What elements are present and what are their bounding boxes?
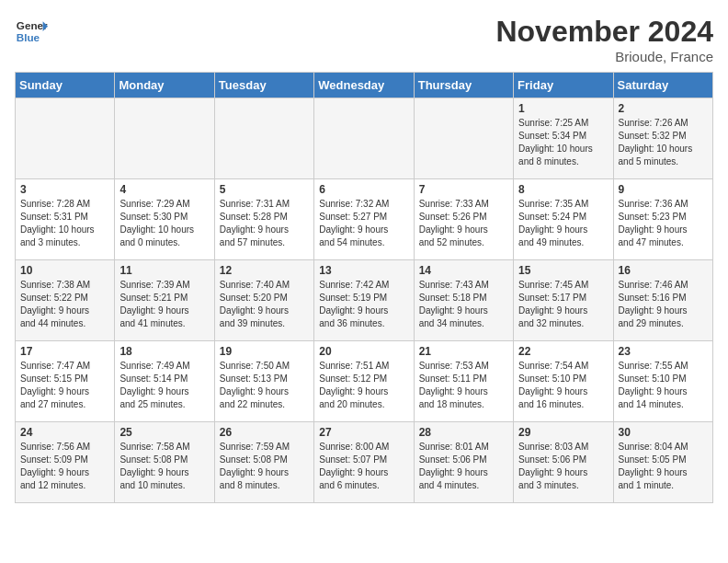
weekday-header: Wednesday — [314, 73, 414, 98]
calendar-cell: 19Sunrise: 7:50 AM Sunset: 5:13 PM Dayli… — [214, 341, 313, 422]
calendar-cell — [314, 98, 414, 179]
day-info: Sunrise: 7:51 AM Sunset: 5:12 PM Dayligh… — [319, 360, 408, 411]
calendar-cell: 21Sunrise: 7:53 AM Sunset: 5:11 PM Dayli… — [414, 341, 513, 422]
svg-text:Blue: Blue — [17, 31, 40, 43]
day-info: Sunrise: 7:55 AM Sunset: 5:10 PM Dayligh… — [619, 360, 708, 411]
day-number: 11 — [119, 264, 209, 277]
day-number: 20 — [319, 345, 408, 358]
calendar-cell: 20Sunrise: 7:51 AM Sunset: 5:12 PM Dayli… — [314, 341, 414, 422]
calendar-cell: 9Sunrise: 7:36 AM Sunset: 5:23 PM Daylig… — [613, 179, 712, 260]
day-number: 21 — [419, 345, 508, 358]
day-info: Sunrise: 7:47 AM Sunset: 5:15 PM Dayligh… — [20, 360, 109, 411]
day-info: Sunrise: 7:25 AM Sunset: 5:34 PM Dayligh… — [518, 117, 608, 168]
day-info: Sunrise: 7:31 AM Sunset: 5:28 PM Dayligh… — [220, 198, 309, 249]
day-info: Sunrise: 7:58 AM Sunset: 5:08 PM Dayligh… — [119, 441, 209, 492]
calendar-cell: 30Sunrise: 8:04 AM Sunset: 5:05 PM Dayli… — [613, 422, 712, 503]
day-number: 1 — [518, 102, 608, 115]
day-number: 15 — [518, 264, 608, 277]
calendar-week-row: 10Sunrise: 7:38 AM Sunset: 5:22 PM Dayli… — [16, 260, 713, 341]
logo-icon: General Blue — [15, 15, 48, 48]
day-info: Sunrise: 7:29 AM Sunset: 5:30 PM Dayligh… — [119, 198, 209, 249]
calendar-cell — [16, 98, 115, 179]
weekday-header-row: SundayMondayTuesdayWednesdayThursdayFrid… — [16, 73, 713, 98]
weekday-header: Sunday — [16, 73, 115, 98]
calendar-cell — [414, 98, 513, 179]
day-number: 24 — [20, 426, 109, 439]
day-number: 29 — [518, 426, 608, 439]
calendar-week-row: 17Sunrise: 7:47 AM Sunset: 5:15 PM Dayli… — [16, 341, 713, 422]
calendar-cell: 29Sunrise: 8:03 AM Sunset: 5:06 PM Dayli… — [514, 422, 613, 503]
calendar-week-row: 24Sunrise: 7:56 AM Sunset: 5:09 PM Dayli… — [16, 422, 713, 503]
calendar-cell: 17Sunrise: 7:47 AM Sunset: 5:15 PM Dayli… — [16, 341, 115, 422]
weekday-header: Thursday — [414, 73, 513, 98]
weekday-header: Tuesday — [214, 73, 313, 98]
calendar-cell: 24Sunrise: 7:56 AM Sunset: 5:09 PM Dayli… — [16, 422, 115, 503]
day-info: Sunrise: 7:28 AM Sunset: 5:31 PM Dayligh… — [20, 198, 109, 249]
day-info: Sunrise: 7:50 AM Sunset: 5:13 PM Dayligh… — [220, 360, 309, 411]
day-number: 26 — [220, 426, 309, 439]
day-number: 10 — [20, 264, 109, 277]
day-info: Sunrise: 7:45 AM Sunset: 5:17 PM Dayligh… — [518, 279, 608, 330]
day-info: Sunrise: 8:03 AM Sunset: 5:06 PM Dayligh… — [518, 441, 608, 492]
location: Brioude, France — [495, 49, 713, 64]
day-number: 12 — [220, 264, 309, 277]
day-info: Sunrise: 7:56 AM Sunset: 5:09 PM Dayligh… — [20, 441, 109, 492]
calendar-cell: 13Sunrise: 7:42 AM Sunset: 5:19 PM Dayli… — [314, 260, 414, 341]
calendar-cell: 7Sunrise: 7:33 AM Sunset: 5:26 PM Daylig… — [414, 179, 513, 260]
calendar-cell: 28Sunrise: 8:01 AM Sunset: 5:06 PM Dayli… — [414, 422, 513, 503]
day-number: 5 — [220, 183, 309, 196]
day-info: Sunrise: 7:53 AM Sunset: 5:11 PM Dayligh… — [419, 360, 508, 411]
calendar-cell: 22Sunrise: 7:54 AM Sunset: 5:10 PM Dayli… — [514, 341, 613, 422]
day-info: Sunrise: 7:38 AM Sunset: 5:22 PM Dayligh… — [20, 279, 109, 330]
day-number: 3 — [20, 183, 109, 196]
day-info: Sunrise: 7:26 AM Sunset: 5:32 PM Dayligh… — [619, 117, 708, 168]
day-info: Sunrise: 7:35 AM Sunset: 5:24 PM Dayligh… — [518, 198, 608, 249]
day-info: Sunrise: 7:59 AM Sunset: 5:08 PM Dayligh… — [220, 441, 309, 492]
calendar-cell: 11Sunrise: 7:39 AM Sunset: 5:21 PM Dayli… — [115, 260, 214, 341]
calendar-cell: 14Sunrise: 7:43 AM Sunset: 5:18 PM Dayli… — [414, 260, 513, 341]
day-number: 4 — [119, 183, 209, 196]
day-info: Sunrise: 8:01 AM Sunset: 5:06 PM Dayligh… — [419, 441, 508, 492]
day-number: 17 — [20, 345, 109, 358]
day-info: Sunrise: 7:43 AM Sunset: 5:18 PM Dayligh… — [419, 279, 508, 330]
calendar-cell: 2Sunrise: 7:26 AM Sunset: 5:32 PM Daylig… — [613, 98, 712, 179]
day-number: 2 — [619, 102, 708, 115]
calendar-cell: 16Sunrise: 7:46 AM Sunset: 5:16 PM Dayli… — [613, 260, 712, 341]
calendar-cell: 26Sunrise: 7:59 AM Sunset: 5:08 PM Dayli… — [214, 422, 313, 503]
day-info: Sunrise: 7:39 AM Sunset: 5:21 PM Dayligh… — [119, 279, 209, 330]
day-number: 9 — [619, 183, 708, 196]
day-info: Sunrise: 7:33 AM Sunset: 5:26 PM Dayligh… — [419, 198, 508, 249]
day-number: 30 — [619, 426, 708, 439]
calendar-cell — [115, 98, 214, 179]
day-number: 16 — [619, 264, 708, 277]
day-number: 19 — [220, 345, 309, 358]
calendar-cell: 1Sunrise: 7:25 AM Sunset: 5:34 PM Daylig… — [514, 98, 613, 179]
day-number: 28 — [419, 426, 508, 439]
logo: General Blue — [15, 15, 48, 48]
page-header: General Blue November 2024 Brioude, Fran… — [15, 15, 713, 64]
weekday-header: Monday — [115, 73, 214, 98]
day-number: 8 — [518, 183, 608, 196]
calendar-cell: 6Sunrise: 7:32 AM Sunset: 5:27 PM Daylig… — [314, 179, 414, 260]
calendar-cell: 8Sunrise: 7:35 AM Sunset: 5:24 PM Daylig… — [514, 179, 613, 260]
day-number: 18 — [119, 345, 209, 358]
calendar-table: SundayMondayTuesdayWednesdayThursdayFrid… — [15, 72, 713, 503]
calendar-cell: 25Sunrise: 7:58 AM Sunset: 5:08 PM Dayli… — [115, 422, 214, 503]
calendar-cell: 12Sunrise: 7:40 AM Sunset: 5:20 PM Dayli… — [214, 260, 313, 341]
day-info: Sunrise: 7:32 AM Sunset: 5:27 PM Dayligh… — [319, 198, 408, 249]
day-info: Sunrise: 8:04 AM Sunset: 5:05 PM Dayligh… — [619, 441, 708, 492]
calendar-cell: 15Sunrise: 7:45 AM Sunset: 5:17 PM Dayli… — [514, 260, 613, 341]
day-info: Sunrise: 7:40 AM Sunset: 5:20 PM Dayligh… — [220, 279, 309, 330]
weekday-header: Saturday — [613, 73, 712, 98]
day-number: 13 — [319, 264, 408, 277]
day-info: Sunrise: 7:42 AM Sunset: 5:19 PM Dayligh… — [319, 279, 408, 330]
calendar-cell: 27Sunrise: 8:00 AM Sunset: 5:07 PM Dayli… — [314, 422, 414, 503]
day-number: 14 — [419, 264, 508, 277]
day-number: 22 — [518, 345, 608, 358]
weekday-header: Friday — [514, 73, 613, 98]
calendar-cell: 4Sunrise: 7:29 AM Sunset: 5:30 PM Daylig… — [115, 179, 214, 260]
calendar-cell: 3Sunrise: 7:28 AM Sunset: 5:31 PM Daylig… — [16, 179, 115, 260]
calendar-cell: 18Sunrise: 7:49 AM Sunset: 5:14 PM Dayli… — [115, 341, 214, 422]
calendar-cell: 10Sunrise: 7:38 AM Sunset: 5:22 PM Dayli… — [16, 260, 115, 341]
calendar-week-row: 3Sunrise: 7:28 AM Sunset: 5:31 PM Daylig… — [16, 179, 713, 260]
